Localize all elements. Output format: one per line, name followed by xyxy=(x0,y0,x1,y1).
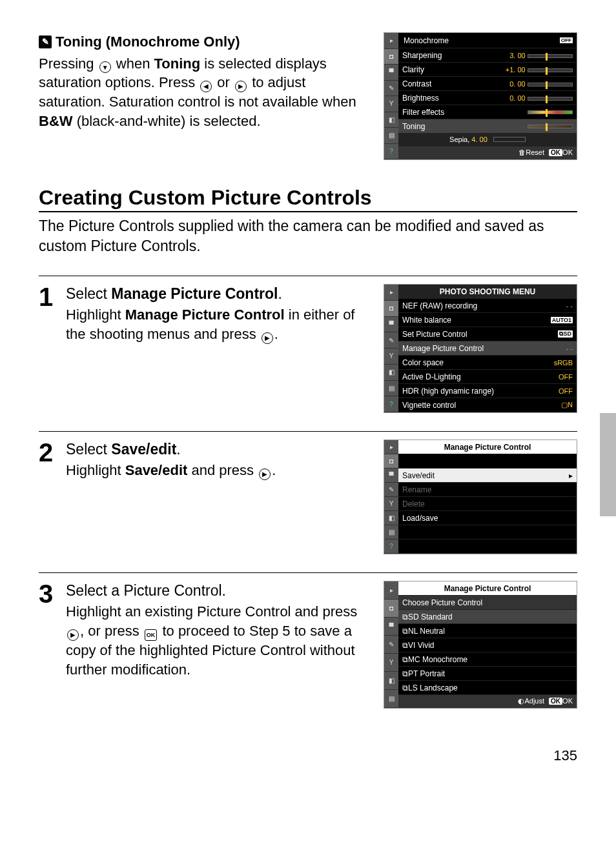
step-text: Select a Picture Control. Highlight an e… xyxy=(66,581,372,709)
sb: ▤ xyxy=(384,690,398,708)
callout-title-row: ✎ Toning (Monochrome Only) xyxy=(39,32,371,52)
t: Pressing xyxy=(39,56,98,72)
sb: ◧ xyxy=(384,365,398,381)
lcd-row xyxy=(398,540,577,554)
page-number: 135 xyxy=(39,747,577,764)
lcd-header: PHOTO SHOOTING MENU xyxy=(398,285,577,299)
l: Monochrome xyxy=(422,655,467,664)
sb: ▸ xyxy=(384,581,398,600)
l: Vivid xyxy=(418,641,435,650)
v: sRGB xyxy=(554,359,573,367)
right-icon: ▶ xyxy=(235,81,247,92)
sb: ◧ xyxy=(384,112,398,128)
down-icon: ▼ xyxy=(99,61,111,73)
l: Clarity xyxy=(402,65,424,74)
lcd-row: Color spacesRGB xyxy=(398,356,577,370)
slider-icon xyxy=(528,110,573,114)
lcd-main: Monochrome OFF Sharpening3. 00 Clarity+1… xyxy=(398,33,577,159)
sb: ✎ xyxy=(384,483,398,497)
t: Toning xyxy=(154,56,201,72)
reset-label: Reset xyxy=(526,148,544,156)
off-badge: OFF xyxy=(560,37,573,43)
lcd-sidebar: ▸ ◘ ▀ ✎ Y ◧ ▤ ? xyxy=(384,33,398,159)
lcd-title-row: Monochrome OFF xyxy=(398,33,577,48)
t: Select a Picture Control. xyxy=(66,582,226,599)
sb: ▸ xyxy=(384,285,398,301)
slider-icon xyxy=(528,54,573,58)
slider-icon xyxy=(528,125,573,128)
t: Select xyxy=(66,285,111,302)
right-icon: ▶ xyxy=(262,332,273,344)
sb: ▤ xyxy=(384,128,398,144)
trash-icon: 🗑 xyxy=(518,148,526,156)
t: . xyxy=(176,441,180,458)
lcd-choose: ▸ ◘ ▀ ✎ Y ◧ ▤ Manage Picture Control Cho… xyxy=(384,581,577,709)
v: 4. 00 xyxy=(471,136,487,143)
l: Set Picture Control xyxy=(402,330,467,339)
lcd-row: Set Picture Control⧉SD xyxy=(398,327,577,341)
lcd-row-selected: Save/edit▸ xyxy=(398,469,577,483)
dpad-icon: ◐ xyxy=(518,697,524,705)
lcd-row: White balanceAUTO1 xyxy=(398,313,577,327)
l: NEF (RAW) recording xyxy=(402,301,477,310)
l: Portrait xyxy=(420,669,445,678)
t: B&W xyxy=(39,113,73,129)
slider-icon xyxy=(528,83,573,86)
t: . xyxy=(274,326,278,342)
l: Landscape xyxy=(420,683,458,692)
ok-label: OK xyxy=(562,697,573,705)
sepia-bar-icon xyxy=(493,137,526,142)
sb: ◧ xyxy=(384,672,398,690)
sb: ▤ xyxy=(384,525,398,540)
sb: ▀ xyxy=(384,469,398,483)
lcd-footer: ◐Adjust OKOK xyxy=(398,695,577,708)
l: HDR (high dynamic range) xyxy=(402,387,494,396)
lcd-row: ⧉MC Monochrome xyxy=(398,652,577,667)
sb: ◧ xyxy=(384,511,398,525)
v: 0. 00 xyxy=(509,80,525,88)
l: Color space xyxy=(402,358,444,367)
callout-title: Toning (Monochrome Only) xyxy=(56,32,240,52)
lcd-main: Manage Picture Control Save/edit▸ Rename… xyxy=(398,440,577,554)
p: ⧉NL xyxy=(402,627,418,636)
v: ⧉SD xyxy=(558,330,573,338)
p: ⧉SD xyxy=(402,612,419,621)
sb: ▀ xyxy=(384,65,398,81)
sb: ✎ xyxy=(384,636,398,654)
t: (black-and-white) is selected. xyxy=(73,113,261,129)
sb: ▸ xyxy=(384,33,398,49)
t: Highlight xyxy=(66,307,125,323)
l: Standard xyxy=(421,612,453,621)
lcd-monochrome: ▸ ◘ ▀ ✎ Y ◧ ▤ ? Monochrome OFF Sharpenin… xyxy=(384,32,577,160)
v: - - xyxy=(566,345,573,352)
t: Highlight xyxy=(66,462,125,478)
l: Save/edit xyxy=(402,471,435,480)
ok-badge: OK xyxy=(549,698,562,705)
step-text: Select Manage Picture Control. Highlight… xyxy=(66,284,372,413)
v: 0. 00 xyxy=(509,94,525,102)
l: Contrast xyxy=(402,79,431,88)
sb: Y xyxy=(384,654,398,672)
step-number: 3 xyxy=(39,581,66,709)
t: and press xyxy=(187,462,258,478)
lcd-title: Monochrome xyxy=(404,36,449,45)
l: Manage Picture Control xyxy=(402,344,484,353)
lcd-row: Contrast0. 00 xyxy=(398,77,577,91)
l: Filter effects xyxy=(402,108,444,117)
lcd-sub: Choose Picture Control xyxy=(398,596,577,610)
toning-callout: ✎ Toning (Monochrome Only) Pressing ▼ wh… xyxy=(39,32,577,160)
adjust-label: Adjust xyxy=(524,697,544,705)
lcd-row: Load/save xyxy=(398,511,577,525)
sb: Y xyxy=(384,348,398,365)
t: Select xyxy=(66,441,111,458)
step-number: 2 xyxy=(39,439,66,554)
lcd-row-selected: Toning xyxy=(398,119,577,134)
step-title: Select Manage Picture Control. xyxy=(66,284,372,304)
p: ⧉VI xyxy=(402,641,415,650)
lcd-manage: ▸ ◘ ▀ ✎ Y ◧ ▤ ? Manage Picture Control S… xyxy=(384,439,577,554)
lcd-row xyxy=(398,454,577,469)
sb: ? xyxy=(384,144,398,160)
l: Active D-Lighting xyxy=(402,372,461,381)
lcd-sidebar: ▸ ◘ ▀ ✎ Y ◧ ▤ xyxy=(384,581,398,708)
lcd-main: PHOTO SHOOTING MENU NEF (RAW) recording-… xyxy=(398,285,577,412)
